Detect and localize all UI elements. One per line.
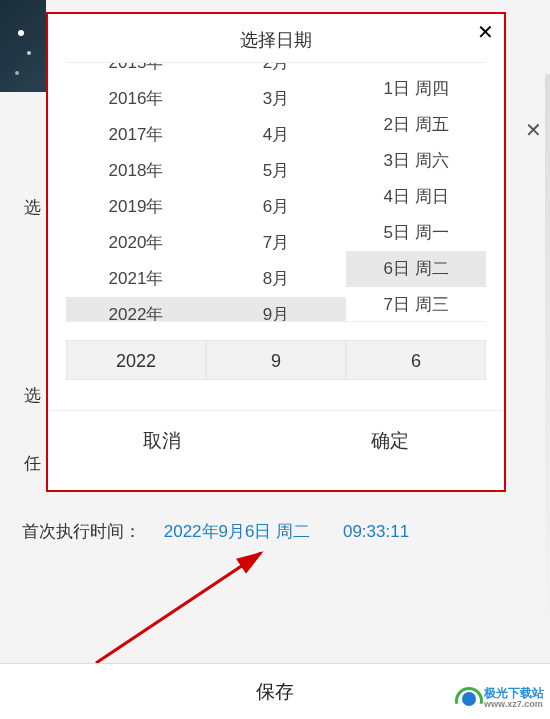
- day-option[interactable]: 4日 周日: [346, 179, 486, 215]
- exec-date-link[interactable]: 2022年9月6日 周二: [164, 522, 310, 541]
- dialog-actions: 取消 确定: [48, 410, 504, 471]
- day-option[interactable]: 3日 周六: [346, 143, 486, 179]
- month-column[interactable]: 2月 3月 4月 5月 6月 7月 8月 9月: [206, 62, 346, 322]
- year-option[interactable]: 2019年: [66, 189, 206, 225]
- confirm-button[interactable]: 确定: [276, 411, 504, 471]
- month-option[interactable]: 3月: [206, 81, 346, 117]
- day-option[interactable]: 5日 周一: [346, 215, 486, 251]
- bg-char-1: 选: [24, 196, 41, 219]
- selected-day-box[interactable]: 6: [346, 340, 486, 380]
- first-exec-row: 首次执行时间： 2022年9月6日 周二 09:33:11: [22, 520, 527, 543]
- exec-time-link[interactable]: 09:33:11: [343, 522, 409, 541]
- year-option[interactable]: 2016年: [66, 81, 206, 117]
- watermark-logo: ✓ 极光下载站 www.xz7.com: [455, 687, 544, 709]
- picker-columns: 2015年 2016年 2017年 2018年 2019年 2020年 2021…: [48, 62, 504, 322]
- selected-year-box[interactable]: 2022: [66, 340, 206, 380]
- year-option-selected[interactable]: 2022年: [66, 297, 206, 322]
- year-option[interactable]: 2020年: [66, 225, 206, 261]
- year-option[interactable]: 2015年: [66, 63, 206, 81]
- month-option[interactable]: 8月: [206, 261, 346, 297]
- annotation-arrow-icon: [86, 548, 286, 668]
- month-option[interactable]: 6月: [206, 189, 346, 225]
- bg-char-3: 任: [24, 452, 41, 475]
- year-option[interactable]: 2021年: [66, 261, 206, 297]
- selected-value-row: 2022 9 6: [48, 340, 504, 380]
- exec-label: 首次执行时间：: [22, 522, 141, 541]
- svg-line-0: [96, 553, 261, 663]
- day-option[interactable]: 2日 周五: [346, 107, 486, 143]
- right-edge: [545, 74, 550, 644]
- logo-icon: ✓: [455, 687, 481, 709]
- date-picker-dialog: 选择日期 ✕ 2015年 2016年 2017年 2018年 2019年 202…: [46, 12, 506, 492]
- background-close-icon[interactable]: ✕: [525, 118, 542, 142]
- year-option[interactable]: 2017年: [66, 117, 206, 153]
- year-option[interactable]: 2018年: [66, 153, 206, 189]
- day-option[interactable]: 1日 周四: [346, 71, 486, 107]
- day-option[interactable]: 7日 周三: [346, 287, 486, 322]
- month-option-selected[interactable]: 9月: [206, 297, 346, 322]
- month-option[interactable]: 4月: [206, 117, 346, 153]
- brand-url: www.xz7.com: [484, 700, 544, 709]
- month-option[interactable]: 7月: [206, 225, 346, 261]
- dialog-title: 选择日期: [48, 14, 504, 62]
- day-column[interactable]: 1日 周四 2日 周五 3日 周六 4日 周日 5日 周一 6日 周二 7日 周…: [346, 62, 486, 322]
- day-option-selected[interactable]: 6日 周二: [346, 251, 486, 287]
- dark-header-fragment: [0, 0, 46, 92]
- month-option[interactable]: 5月: [206, 153, 346, 189]
- year-column[interactable]: 2015年 2016年 2017年 2018年 2019年 2020年 2021…: [66, 62, 206, 322]
- cancel-button[interactable]: 取消: [48, 411, 276, 471]
- close-icon[interactable]: ✕: [477, 20, 494, 44]
- selected-month-box[interactable]: 9: [206, 340, 346, 380]
- bg-char-2: 选: [24, 384, 41, 407]
- month-option[interactable]: 2月: [206, 63, 346, 81]
- brand-text: 极光下载站: [484, 687, 544, 700]
